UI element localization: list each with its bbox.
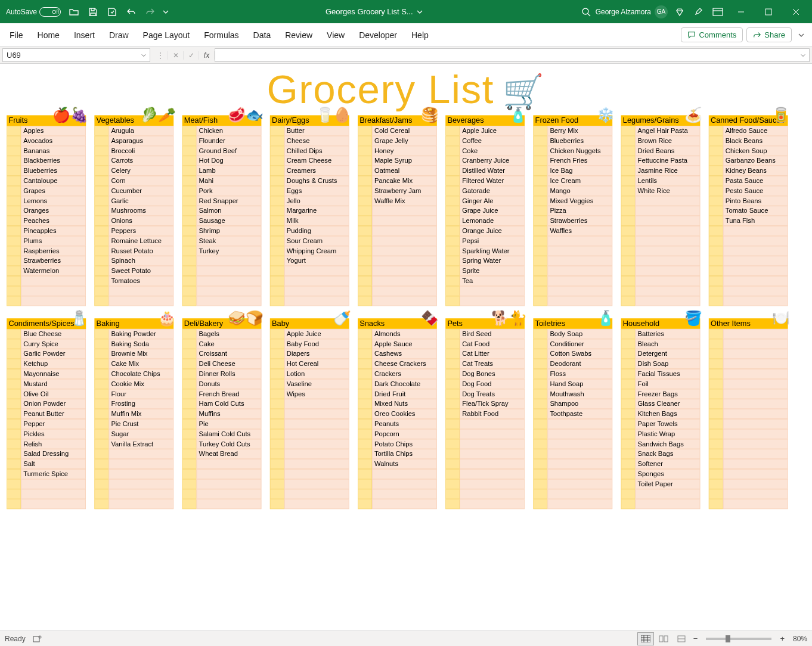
item-label[interactable]: Pickles bbox=[21, 429, 86, 439]
checkbox-cell[interactable] bbox=[270, 206, 284, 216]
item-label[interactable]: Cat Treats bbox=[460, 359, 525, 369]
item-label[interactable]: Tea bbox=[460, 276, 525, 286]
checkbox-cell[interactable] bbox=[270, 236, 284, 246]
checkbox-cell[interactable] bbox=[709, 296, 723, 306]
checkbox-cell[interactable] bbox=[533, 429, 547, 439]
checkbox-cell[interactable] bbox=[182, 266, 197, 276]
checkbox-cell[interactable] bbox=[621, 349, 636, 359]
item-label[interactable] bbox=[372, 246, 437, 256]
item-label[interactable] bbox=[284, 499, 349, 510]
item-label[interactable]: Cotton Swabs bbox=[547, 349, 612, 359]
item-label[interactable]: Hand Soap bbox=[547, 379, 612, 389]
checkbox-cell[interactable] bbox=[94, 236, 109, 246]
checkbox-cell[interactable] bbox=[533, 146, 547, 156]
item-label[interactable] bbox=[109, 479, 173, 489]
item-label[interactable]: Plums bbox=[21, 236, 86, 246]
item-label[interactable]: Lemonade bbox=[460, 216, 525, 226]
item-label[interactable]: Angel Hair Pasta bbox=[636, 126, 701, 136]
checkbox-cell[interactable] bbox=[533, 136, 547, 146]
item-label[interactable] bbox=[284, 399, 349, 409]
item-label[interactable] bbox=[460, 429, 525, 439]
checkbox-cell[interactable] bbox=[533, 349, 547, 359]
item-label[interactable]: Strawberries bbox=[547, 216, 612, 226]
item-label[interactable]: Softener bbox=[636, 459, 701, 469]
item-label[interactable] bbox=[547, 489, 612, 499]
checkbox-cell[interactable] bbox=[709, 409, 723, 419]
item-label[interactable]: Blue Cheese bbox=[21, 329, 86, 339]
checkbox-cell[interactable] bbox=[7, 196, 21, 206]
item-label[interactable] bbox=[460, 499, 525, 510]
checkbox-cell[interactable] bbox=[94, 329, 109, 339]
item-label[interactable]: Ham Cold Cuts bbox=[197, 399, 262, 409]
checkbox-cell[interactable] bbox=[182, 216, 197, 226]
item-label[interactable]: Kitchen Bags bbox=[636, 409, 701, 419]
item-label[interactable]: Cake Mix bbox=[109, 359, 173, 369]
item-label[interactable]: Sparkling Water bbox=[460, 246, 525, 256]
checkbox-cell[interactable] bbox=[709, 399, 723, 409]
item-label[interactable]: Tuna Fish bbox=[723, 216, 788, 226]
checkbox-cell[interactable] bbox=[445, 256, 460, 266]
checkbox-cell[interactable] bbox=[358, 359, 372, 369]
item-label[interactable]: Deodorant bbox=[547, 359, 612, 369]
item-label[interactable]: Vanilla Extract bbox=[109, 439, 173, 449]
item-label[interactable] bbox=[723, 369, 788, 379]
item-label[interactable] bbox=[636, 236, 701, 246]
checkbox-cell[interactable] bbox=[445, 489, 460, 499]
checkbox-cell[interactable] bbox=[533, 339, 547, 349]
item-label[interactable] bbox=[109, 469, 173, 479]
checkbox-cell[interactable] bbox=[7, 489, 21, 499]
checkbox-cell[interactable] bbox=[709, 166, 723, 176]
item-label[interactable]: Muffins bbox=[197, 409, 262, 419]
checkbox-cell[interactable] bbox=[709, 359, 723, 369]
checkbox-cell[interactable] bbox=[533, 449, 547, 459]
item-label[interactable]: Sour Cream bbox=[284, 236, 349, 246]
checkbox-cell[interactable] bbox=[709, 126, 723, 136]
item-label[interactable]: Dog Treats bbox=[460, 389, 525, 399]
checkbox-cell[interactable] bbox=[445, 296, 460, 306]
checkbox-cell[interactable] bbox=[533, 266, 547, 276]
checkbox-cell[interactable] bbox=[270, 256, 284, 266]
checkbox-cell[interactable] bbox=[270, 459, 284, 469]
item-label[interactable]: Butter bbox=[284, 126, 349, 136]
item-label[interactable] bbox=[636, 246, 701, 256]
item-label[interactable]: Filtered Water bbox=[460, 176, 525, 186]
item-label[interactable]: Dried Fruit bbox=[372, 389, 437, 399]
checkbox-cell[interactable] bbox=[621, 489, 636, 499]
checkbox-cell[interactable] bbox=[358, 369, 372, 379]
item-label[interactable] bbox=[723, 469, 788, 479]
checkbox-cell[interactable] bbox=[709, 156, 723, 166]
item-label[interactable]: Spring Water bbox=[460, 256, 525, 266]
item-label[interactable]: Apple Juice bbox=[460, 126, 525, 136]
checkbox-cell[interactable] bbox=[358, 136, 372, 146]
checkbox-cell[interactable] bbox=[358, 389, 372, 399]
checkbox-cell[interactable] bbox=[621, 449, 636, 459]
item-label[interactable]: Dish Soap bbox=[636, 359, 701, 369]
checkbox-cell[interactable] bbox=[182, 286, 197, 296]
item-label[interactable]: Asparagus bbox=[109, 136, 173, 146]
item-label[interactable] bbox=[460, 439, 525, 449]
item-label[interactable]: Apples bbox=[21, 126, 86, 136]
item-label[interactable]: Margarine bbox=[284, 206, 349, 216]
confirm-icon[interactable]: ✓ bbox=[184, 51, 199, 60]
item-label[interactable]: Coke bbox=[460, 146, 525, 156]
checkbox-cell[interactable] bbox=[182, 479, 197, 489]
checkbox-cell[interactable] bbox=[445, 429, 460, 439]
checkbox-cell[interactable] bbox=[533, 489, 547, 499]
item-label[interactable]: Oatmeal bbox=[372, 166, 437, 176]
item-label[interactable]: Ginger Ale bbox=[460, 196, 525, 206]
checkbox-cell[interactable] bbox=[709, 246, 723, 256]
checkbox-cell[interactable] bbox=[621, 379, 636, 389]
checkbox-cell[interactable] bbox=[445, 449, 460, 459]
item-label[interactable]: Pasta Sauce bbox=[723, 176, 788, 186]
item-label[interactable]: Turkey Cold Cuts bbox=[197, 439, 262, 449]
item-label[interactable]: Berry Mix bbox=[547, 126, 612, 136]
item-label[interactable] bbox=[723, 409, 788, 419]
item-label[interactable]: Coffee bbox=[460, 136, 525, 146]
item-label[interactable]: Ice Cream bbox=[547, 176, 612, 186]
checkbox-cell[interactable] bbox=[621, 439, 636, 449]
item-label[interactable]: Cake bbox=[197, 339, 262, 349]
item-label[interactable] bbox=[460, 469, 525, 479]
item-label[interactable]: Pancake Mix bbox=[372, 176, 437, 186]
checkbox-cell[interactable] bbox=[7, 379, 21, 389]
checkbox-cell[interactable] bbox=[445, 339, 460, 349]
